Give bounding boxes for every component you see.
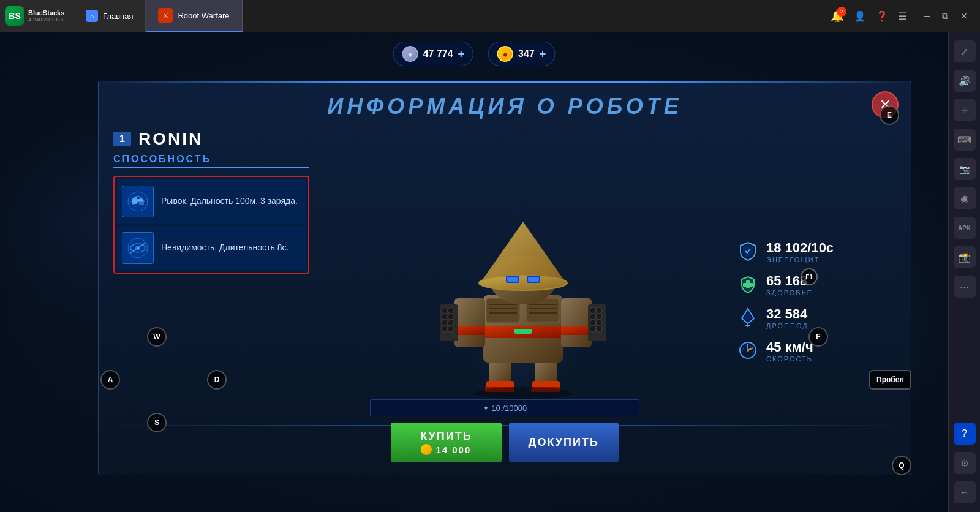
robot-image (431, 185, 615, 418)
buy-more-button[interactable]: ДОКУПИТЬ (509, 423, 619, 462)
back-button[interactable]: ← (954, 481, 976, 503)
dialog-bottom: ✦ 10 /10000 КУПИТЬ 14 000 ДОКУПИТЬ (99, 392, 911, 475)
speed-label: СКОРОСТЬ (766, 355, 813, 363)
energy-label: ЭНЕРГОЩИТ (766, 256, 834, 263)
svg-point-45 (596, 314, 602, 320)
svg-point-47 (596, 320, 602, 326)
f-key-overlay[interactable]: F (809, 327, 828, 347)
svg-point-33 (442, 314, 448, 320)
window-controls: ─ ⧉ ✕ (921, 9, 970, 24)
q-key-overlay[interactable]: Q (892, 456, 911, 475)
energy-shield-icon (737, 240, 759, 262)
menu-icon[interactable]: ☰ (898, 10, 907, 22)
gold-icon: ◆ (497, 46, 513, 62)
home-tab-label: Главная (103, 12, 133, 21)
controls-button[interactable]: ⊹ (954, 99, 976, 121)
droppod-icon (737, 306, 759, 328)
ability-dash-text: Рывок. Дальность 100м. 3 заряда. (161, 195, 298, 208)
help-icon[interactable]: ❓ (876, 10, 888, 22)
more-button[interactable]: ··· (954, 276, 976, 298)
game-tab-icon: ⚔ (158, 8, 173, 23)
bs-version: 4.240.20.1016 (28, 17, 64, 23)
svg-rect-58 (528, 277, 539, 282)
silver-add-button[interactable]: + (458, 48, 465, 61)
s-key-overlay[interactable]: S (147, 413, 167, 432)
buy-label: КУПИТЬ (420, 430, 472, 443)
gold-currency: ◆ 347 + (488, 42, 555, 66)
a-key-overlay[interactable]: A (100, 370, 120, 390)
svg-point-32 (448, 307, 454, 314)
svg-rect-29 (454, 326, 485, 335)
gold-add-button[interactable]: + (540, 48, 546, 61)
robot-info-dialog: ИНФОРМАЦИЯ О РОБОТЕ ✕ 1 RONIN СПОСОБНОСТ… (98, 81, 911, 475)
dialog-header: ИНФОРМАЦИЯ О РОБОТЕ ✕ (99, 81, 911, 129)
screenshot-button[interactable]: 📸 (954, 246, 976, 268)
svg-point-49 (596, 326, 602, 332)
button-row: КУПИТЬ 14 000 ДОКУПИТЬ (391, 423, 619, 462)
close-button[interactable]: ✕ (958, 9, 970, 24)
speed-icon (737, 339, 759, 361)
bluestacks-logo[interactable]: BS BlueStacks 4.240.20.1016 (0, 0, 74, 32)
game-tab-label: Robot Warfare (178, 11, 229, 20)
camera-button[interactable]: 📷 (954, 158, 976, 180)
svg-rect-40 (561, 326, 592, 335)
buy-price: 14 000 (421, 444, 471, 455)
help-button[interactable]: ? (954, 423, 976, 445)
health-values: 65 168 ЗДОРОВЬЕ F1 (766, 273, 813, 296)
record-button[interactable]: ◉ (954, 187, 976, 209)
svg-point-36 (448, 320, 454, 326)
gold-icon-price (421, 444, 432, 455)
f1-keybind: F1 (801, 268, 818, 285)
droppod-values: 32 584 ДРОППОД (766, 306, 809, 329)
settings-button[interactable]: ⚙ (954, 452, 976, 474)
dialog-title: ИНФОРМАЦИЯ О РОБОТЕ (327, 94, 682, 119)
svg-point-42 (590, 307, 596, 314)
ability-stealth[interactable]: Невидимость. Длительность 8с. (117, 226, 306, 270)
silver-currency: ◈ 47 774 + (393, 42, 473, 66)
gold-value: 347 (518, 48, 535, 59)
svg-point-34 (448, 314, 454, 320)
ability-stealth-text: Невидимость. Длительность 8с. (161, 242, 288, 254)
svg-rect-28 (454, 298, 485, 347)
w-key-overlay[interactable]: W (147, 327, 167, 347)
energy-values: 18 102/10с ЭНЕРГОЩИТ (766, 240, 834, 263)
dash-ability-icon (122, 186, 154, 217)
apk-button[interactable]: APK (954, 217, 976, 239)
ability-box: Рывок. Дальность 100м. 3 заряда. (113, 176, 309, 274)
bs-icon: BS (5, 6, 24, 26)
robot-level: 1 (113, 132, 131, 146)
health-icon (737, 273, 759, 295)
space-key-overlay[interactable]: Пробел (869, 370, 911, 390)
notification-bell[interactable]: 🔔 2 (831, 9, 844, 23)
ability-dash[interactable]: Рывок. Дальность 100м. 3 заряда. (117, 179, 306, 224)
game-area: ◈ 47 774 + ◆ 347 + ИНФОРМАЦИЯ О РОБОТЕ ✕… (0, 32, 948, 512)
tab-home[interactable]: ⌂ Главная (74, 0, 146, 32)
speed-number: 45 км/ч (766, 339, 813, 355)
svg-point-48 (590, 326, 596, 332)
stat-energy: 18 102/10с ЭНЕРГОЩИТ (737, 240, 896, 263)
titlebar: BS BlueStacks 4.240.20.1016 ⌂ Главная ⚔ … (0, 0, 980, 32)
svg-point-43 (596, 307, 602, 314)
ability-title: СПОСОБНОСТЬ (113, 154, 309, 168)
keyboard-button[interactable]: ⌨ (954, 129, 976, 151)
minimize-button[interactable]: ─ (921, 9, 932, 24)
tab-game[interactable]: ⚔ Robot Warfare (146, 0, 242, 32)
robot-name-section: 1 RONIN (99, 129, 911, 149)
d-key-overlay[interactable]: D (207, 370, 227, 390)
svg-point-31 (442, 307, 448, 314)
buy-button[interactable]: КУПИТЬ 14 000 (391, 423, 501, 462)
e-key-overlay[interactable]: E (880, 105, 899, 125)
svg-point-35 (442, 320, 448, 326)
svg-rect-39 (561, 298, 592, 347)
right-sidebar: ⤢ 🔊 ⊹ ⌨ 📷 ◉ APK 📸 ··· ? ⚙ ← (948, 32, 980, 512)
fullscreen-button[interactable]: ⤢ (954, 40, 976, 62)
silver-value: 47 774 (423, 48, 453, 59)
svg-point-46 (590, 320, 596, 326)
stealth-ability-icon (122, 232, 154, 264)
volume-button[interactable]: 🔊 (954, 70, 976, 92)
progress-bar: ✦ 10 /10000 (370, 399, 639, 416)
account-icon[interactable]: 👤 (854, 10, 866, 22)
bs-title: BlueStacks (28, 9, 64, 17)
droppod-label: ДРОППОД (766, 322, 809, 329)
restore-button[interactable]: ⧉ (940, 9, 951, 24)
